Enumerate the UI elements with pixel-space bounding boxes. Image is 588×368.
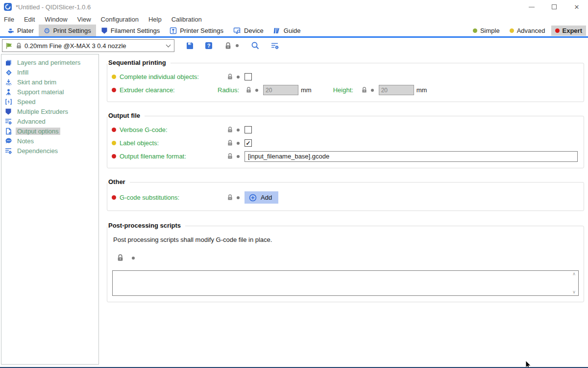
lock-icon[interactable] [227, 74, 233, 80]
titlebar: *Untitled - QIDISlicer-1.0.6 ✕ [0, 0, 588, 14]
compare-settings-button[interactable] [265, 39, 285, 52]
complete-individual-objects-checkbox[interactable] [245, 73, 252, 80]
menu-calibration[interactable]: Calibration [167, 14, 207, 25]
option-row-output-filename-format: Output filename format: [107, 150, 584, 163]
sidebar-item-output-options[interactable]: Output options [1, 126, 98, 136]
scroll-up-icon[interactable]: ∧ [572, 272, 576, 276]
speed-icon [4, 98, 12, 105]
section-output-file: Output file Verbose G-code: Label object… [107, 116, 584, 168]
mode-simple[interactable]: Simple [469, 26, 504, 36]
lock-icon[interactable] [117, 254, 123, 262]
device-icon [233, 27, 241, 34]
search-button[interactable] [245, 39, 265, 52]
sidebar-item-support-material[interactable]: Support material [1, 87, 98, 97]
help-button[interactable]: ? [199, 39, 218, 52]
dot-icon[interactable] [237, 129, 240, 131]
close-button[interactable]: ✕ [565, 0, 588, 14]
option-label: Output filename format: [120, 153, 227, 160]
lock-icon[interactable] [227, 127, 233, 133]
notes-icon [4, 137, 12, 145]
tab-device[interactable]: Device [228, 25, 269, 36]
option-label: Label objects: [120, 139, 227, 147]
maximize-icon [552, 4, 557, 9]
lock-icon[interactable] [227, 194, 233, 201]
dot-icon[interactable] [237, 76, 240, 79]
save-preset-button[interactable] [180, 39, 199, 52]
output-icon [4, 127, 12, 135]
menu-help[interactable]: Help [144, 14, 167, 25]
support-icon [4, 88, 12, 96]
skirt-icon [4, 78, 12, 86]
lock-icon[interactable] [227, 140, 233, 146]
lock-icon[interactable] [246, 87, 251, 93]
sidebar-item-dependencies[interactable]: Dependencies [1, 146, 98, 156]
mode-expert[interactable]: Expert [551, 26, 586, 36]
lock-icon [225, 42, 231, 50]
menu-configuration[interactable]: Configuration [96, 14, 144, 25]
setting-bullet-red [112, 195, 116, 200]
advanced-mode-dot-icon [510, 28, 514, 33]
dot-icon[interactable] [255, 89, 258, 92]
tab-printer-settings[interactable]: Printer Settings [165, 25, 228, 36]
post-processing-scripts-field: ∧ ∨ [112, 270, 579, 296]
verbose-gcode-checkbox[interactable] [245, 126, 252, 133]
tab-guide[interactable]: Guide [269, 25, 306, 36]
option-label: G-code substitutions: [120, 194, 227, 201]
dot-icon[interactable] [237, 142, 240, 145]
search-icon [251, 41, 260, 50]
maximize-button[interactable] [543, 0, 565, 14]
radius-input[interactable] [263, 85, 298, 95]
sidebar-item-speed[interactable]: Speed [1, 97, 98, 106]
lock-icon [16, 43, 22, 49]
sidebar-item-infill[interactable]: Infill [1, 67, 98, 77]
preset-dropdown[interactable]: 0.20mm Fine @X-MAX 3 0.4 nozzle [2, 39, 174, 52]
advanced-icon [4, 117, 12, 125]
menu-window[interactable]: Window [40, 14, 72, 25]
mode-advanced[interactable]: Advanced [506, 26, 549, 36]
dot-icon[interactable] [371, 89, 374, 92]
close-icon: ✕ [574, 3, 580, 11]
sidebar-item-layers-and-perimeters[interactable]: Layers and perimeters [1, 57, 98, 67]
menubar: File Edit Window View Configuration Help… [0, 14, 588, 25]
tab-plater[interactable]: Plater [2, 25, 39, 36]
dot-icon [236, 44, 239, 47]
sidebar-item-skirt-and-brim[interactable]: Skirt and brim [1, 77, 98, 87]
menu-view[interactable]: View [73, 14, 96, 25]
preset-toolbar: 0.20mm Fine @X-MAX 3 0.4 nozzle ? [0, 38, 588, 53]
sidebar-item-multiple-extruders[interactable]: Multiple Extruders [1, 106, 98, 116]
menu-file[interactable]: File [4, 14, 19, 25]
minimize-button[interactable] [520, 0, 543, 14]
lock-icon[interactable] [362, 87, 367, 93]
dot-icon[interactable] [132, 257, 135, 260]
dot-icon[interactable] [237, 196, 240, 199]
sidebar-item-advanced[interactable]: Advanced [1, 116, 98, 126]
preset-name: 0.20mm Fine @X-MAX 3 0.4 nozzle [24, 42, 164, 50]
textarea-scrollbar[interactable]: ∧ ∨ [570, 271, 578, 295]
lock-toggle[interactable] [218, 42, 245, 50]
post-processing-scripts-textarea[interactable] [113, 271, 570, 295]
tab-filament-settings[interactable]: Filament Settings [96, 25, 165, 36]
sidebar-item-notes[interactable]: Notes [1, 136, 98, 146]
setting-bullet-yellow [112, 75, 116, 79]
dot-icon[interactable] [237, 155, 240, 158]
scroll-down-icon[interactable]: ∨ [572, 290, 576, 294]
output-filename-format-input[interactable] [245, 151, 578, 162]
settings-category-sidebar: Layers and perimeters Infill Skirt and b… [1, 54, 99, 365]
radius-label: Radius: [218, 86, 241, 94]
add-substitution-button[interactable]: Add [245, 191, 278, 204]
option-row-complete-individual-objects: Complete individual objects: [107, 70, 584, 83]
label-objects-checkbox[interactable]: ✓ [245, 139, 252, 147]
lock-icon[interactable] [227, 153, 233, 159]
height-input[interactable] [379, 85, 414, 95]
printer-icon [170, 27, 177, 34]
settings-page-output-options: Sequential printing Complete individual … [107, 54, 584, 302]
menu-edit[interactable]: Edit [19, 14, 40, 25]
setting-bullet-yellow [112, 141, 116, 145]
setting-bullet-red [112, 128, 116, 132]
minimize-icon [529, 7, 535, 7]
layers-icon [4, 58, 12, 66]
tab-print-settings[interactable]: ⚙ Print Settings [39, 25, 96, 36]
app-logo-icon [4, 3, 12, 11]
option-label: Extruder clearance: [120, 86, 218, 94]
gear-icon: ⚙ [44, 27, 50, 34]
